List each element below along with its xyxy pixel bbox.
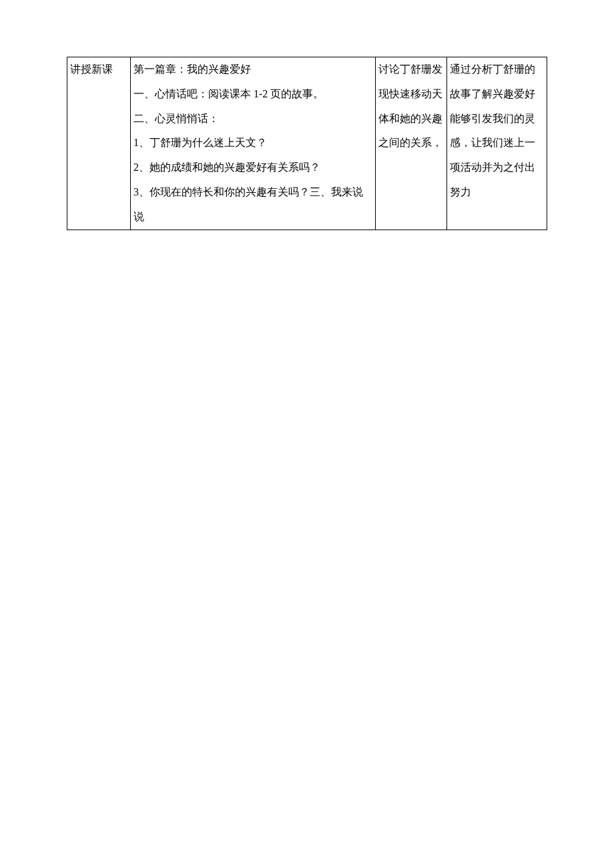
lesson-plan-table: 讲授新课 第一篇章：我的兴趣爱好 一、心情话吧：阅读课本 1-2 页的故事。 二… [67, 57, 547, 230]
content-line-2: 一、心情话吧：阅读课本 1-2 页的故事。 [133, 82, 372, 107]
cell-content: 第一篇章：我的兴趣爱好 一、心情话吧：阅读课本 1-2 页的故事。 二、心灵悄悄… [130, 57, 375, 230]
cell-discussion: 讨论丁舒珊发现快速移动天体和她的兴趣之间的关系， [375, 57, 447, 230]
content-line-7: 说 [133, 205, 372, 230]
content-line-3: 二、心灵悄悄话： [133, 107, 372, 131]
table-row: 讲授新课 第一篇章：我的兴趣爱好 一、心情话吧：阅读课本 1-2 页的故事。 二… [67, 57, 547, 230]
objective-text: 通过分析丁舒珊的故事了解兴趣爱好能够引发我们的灵感，让我们迷上一项活动并为之付出… [450, 63, 535, 197]
discussion-text: 讨论丁舒珊发现快速移动天体和她的兴趣之间的关系， [378, 63, 442, 148]
cell-section-title: 讲授新课 [67, 57, 131, 230]
section-title-text: 讲授新课 [70, 63, 113, 75]
content-line-6: 3、你现在的特长和你的兴趣有关吗？三、我来说 [133, 180, 372, 205]
cell-objective: 通过分析丁舒珊的故事了解兴趣爱好能够引发我们的灵感，让我们迷上一项活动并为之付出… [447, 57, 547, 230]
content-line-4: 1、丁舒珊为什么迷上天文？ [133, 131, 372, 155]
content-line-5: 2、她的成绩和她的兴趣爱好有关系吗？ [133, 155, 372, 180]
content-line-1: 第一篇章：我的兴趣爱好 [133, 57, 372, 82]
